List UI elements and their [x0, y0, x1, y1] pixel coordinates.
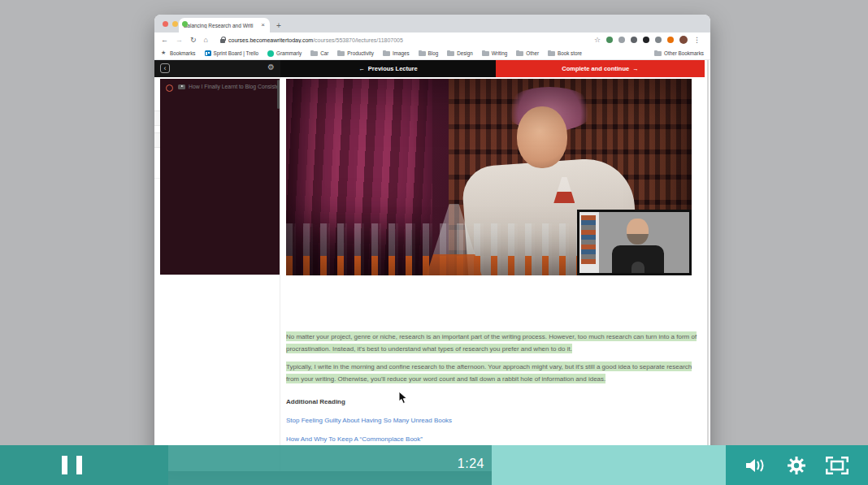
previous-lecture-label: Previous Lecture: [368, 65, 418, 72]
bookmark-star-icon[interactable]: ☆: [594, 36, 601, 44]
bookmark-icon: [383, 50, 390, 56]
url-path: /courses/553870/lectures/11807005: [313, 37, 403, 43]
paragraph: Typically, I write in the morning and co…: [286, 360, 697, 384]
extension-icon[interactable]: [667, 37, 674, 43]
bookmark-label: Car: [320, 50, 328, 56]
course-top-bar: ‹ ⚙ ← Previous Lecture Complete and cont…: [154, 60, 705, 77]
back-to-course-button[interactable]: ‹: [160, 63, 170, 73]
bookmark-label: Sprint Board | Trello: [214, 50, 259, 56]
playback-time: 1:24: [458, 457, 484, 471]
screen-recording-stage: Balancing Research and Writi × + ← → ↻ ⌂…: [0, 0, 868, 485]
tab-close-icon[interactable]: ×: [261, 22, 265, 28]
paragraph: No matter your project, genre or niche, …: [286, 330, 697, 354]
curriculum-sidebar: 0%COMPLETE Your Roadmap to Beating Write…: [154, 77, 280, 471]
bookmark-icon: [205, 50, 211, 56]
reading-link[interactable]: How And Why To Keep A “Commonplace Book”: [286, 435, 697, 443]
webcam-microphone-art: [631, 262, 644, 273]
extension-icon[interactable]: [606, 37, 613, 43]
video-player-bar: 1:24: [0, 445, 868, 485]
player-settings-gear-icon[interactable]: [787, 456, 806, 475]
toolbar-right-cluster: ☆ ⋮: [594, 36, 704, 44]
window-traffic-lights[interactable]: [163, 21, 188, 27]
bookmark-icon: [419, 50, 426, 56]
sidebar-header: ‹ ⚙: [154, 60, 280, 77]
bookmark-item[interactable]: Grammarly: [267, 50, 302, 57]
webcam-presenter-head-art: [627, 219, 649, 245]
highlighted-text: Typically, I write in the morning and co…: [286, 362, 692, 383]
reload-icon[interactable]: ↻: [190, 37, 197, 44]
additional-reading-links: Stop Feeling Guilty About Having So Many…: [286, 417, 697, 443]
new-tab-button[interactable]: +: [276, 21, 281, 30]
fullscreen-icon[interactable]: [826, 457, 848, 474]
traffic-light-icon[interactable]: [163, 21, 168, 27]
bookmark-item[interactable]: Design: [447, 50, 473, 56]
bookmark-item[interactable]: Blog: [419, 50, 439, 56]
video-icon: [178, 84, 185, 90]
previous-arrow-icon: ←: [358, 65, 365, 72]
lecture-label: How I Finally Learnt to Blog Consistentl…: [189, 83, 280, 91]
other-bookmarks-label: Other Bookmarks: [664, 50, 704, 56]
bookmark-icon: [337, 50, 345, 56]
bookmark-item[interactable]: Other: [516, 50, 539, 56]
bookmarks-list: Bookmarks Sprint Board | Trello Grammarl…: [161, 50, 582, 57]
traffic-light-icon[interactable]: [172, 21, 178, 27]
extension-icon[interactable]: [618, 37, 625, 43]
bookmark-icon: [310, 50, 318, 56]
bookmark-item[interactable]: Car: [310, 50, 328, 56]
extension-icons: [606, 37, 674, 43]
webcam-overlay: [577, 210, 692, 275]
browser-menu-icon[interactable]: ⋮: [693, 36, 701, 44]
mouse-cursor: [398, 391, 408, 405]
extension-icon[interactable]: [643, 37, 649, 43]
bookmark-label: Grammarly: [276, 50, 302, 56]
player-controls: [726, 445, 868, 485]
bookmark-icon: [516, 50, 523, 56]
bookmark-label: Writing: [492, 50, 507, 56]
browser-tab[interactable]: Balancing Research and Writi ×: [179, 18, 270, 32]
complete-label: Complete and continue: [562, 65, 629, 72]
complete-and-continue-button[interactable]: Complete and continue →: [496, 60, 705, 77]
additional-reading-title: Additional Reading: [286, 398, 697, 405]
pause-button[interactable]: [0, 445, 168, 485]
settings-gear-icon[interactable]: ⚙: [267, 63, 275, 71]
extension-icon[interactable]: [631, 37, 637, 43]
player-progress-remaining[interactable]: [492, 445, 726, 485]
back-icon[interactable]: ←: [161, 37, 168, 44]
home-icon[interactable]: ⌂: [204, 37, 208, 44]
bonus-list: Claim Become a Writer Today: The Complet…: [154, 148, 280, 179]
url-domain: courses.becomeawritertoday.com: [228, 37, 313, 43]
browser-toolbar: ← → ↻ ⌂ courses.becomeawritertoday.com/c…: [154, 32, 710, 47]
lecture-video[interactable]: [286, 79, 692, 275]
forward-icon[interactable]: →: [176, 37, 183, 44]
sidebar-scrollbar[interactable]: [277, 80, 280, 109]
bookmark-item[interactable]: Sprint Board | Trello: [205, 50, 259, 56]
bookmark-label: Images: [393, 50, 410, 56]
volume-icon[interactable]: [745, 457, 766, 474]
lecture-row[interactable]: How I Finally Learnt to Blog Consistentl…: [160, 79, 280, 275]
lock-icon: [220, 39, 225, 43]
continue-arrow-icon: →: [632, 65, 639, 72]
extension-icon[interactable]: [655, 37, 662, 43]
bookmark-label: Book store: [558, 50, 582, 56]
bookmark-icon: [447, 50, 454, 56]
profile-avatar[interactable]: [679, 36, 688, 44]
traffic-light-icon[interactable]: [182, 21, 188, 27]
bookmark-item[interactable]: Bookmarks: [161, 50, 196, 56]
bookmark-item[interactable]: Images: [383, 50, 410, 56]
previous-lecture-button[interactable]: ← Previous Lecture: [280, 60, 496, 77]
pause-icon: [62, 456, 82, 474]
reading-link[interactable]: Stop Feeling Guilty About Having So Many…: [286, 417, 697, 424]
bookmark-item[interactable]: Book store: [548, 50, 582, 56]
bookmark-label: Design: [457, 50, 473, 56]
other-bookmarks[interactable]: Other Bookmarks: [654, 50, 704, 56]
lecture-text: No matter your project, genre or niche, …: [286, 330, 697, 443]
highlighted-text: No matter your project, genre or niche, …: [286, 331, 697, 353]
bookmark-item[interactable]: Productivity: [337, 50, 374, 56]
address-bar[interactable]: courses.becomeawritertoday.com/courses/5…: [215, 37, 587, 43]
bookmark-label: Productivity: [347, 50, 374, 56]
bookmark-item[interactable]: Writing: [482, 50, 507, 56]
player-progress-played[interactable]: 1:24: [168, 445, 492, 485]
content-scrollbar[interactable]: [705, 60, 710, 471]
bookmark-icon: [267, 50, 274, 57]
lecture-content: No matter your project, genre or niche, …: [280, 77, 705, 471]
